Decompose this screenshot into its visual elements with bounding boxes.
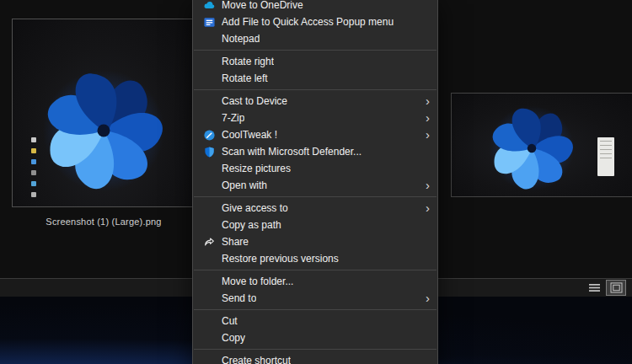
file-name-label: Screenshot (1) (Large).png — [12, 217, 195, 227]
file-tile[interactable]: Screenshot (1) (Large).png — [12, 19, 195, 227]
no-icon — [202, 314, 216, 328]
context-menu: Move to OneDriveAdd File to Quick Access… — [192, 0, 438, 364]
desktop-icon — [31, 170, 36, 175]
menu-item-copy-as-path[interactable]: Copy as path — [193, 217, 437, 233]
no-icon — [202, 72, 216, 85]
menu-separator — [194, 309, 437, 310]
desktop-icons-column — [31, 137, 36, 203]
menu-item-label: Cut — [222, 315, 238, 327]
no-icon — [202, 32, 216, 46]
menu-item-label: Give access to — [222, 202, 288, 214]
no-icon — [202, 218, 216, 232]
no-icon — [202, 94, 216, 108]
menu-item-give-access-to[interactable]: Give access to› — [193, 200, 437, 217]
no-icon — [202, 162, 216, 175]
menu-item-scan-with-microsoft-defender[interactable]: Scan with Microsoft Defender... — [193, 143, 437, 160]
menu-item-cut[interactable]: Cut — [193, 313, 437, 329]
menu-item-send-to[interactable]: Send to› — [193, 290, 437, 307]
menu-item-label: Open with — [222, 179, 267, 191]
desktop-icon — [31, 159, 36, 164]
menu-item-notepad[interactable]: Notepad — [193, 30, 437, 47]
menu-item-move-to-onedrive[interactable]: Move to OneDrive — [193, 0, 437, 13]
no-icon — [202, 331, 216, 345]
menu-separator — [194, 349, 437, 350]
menu-separator — [194, 50, 437, 51]
quick-access-popup-icon — [202, 15, 216, 29]
menu-item-label: Copy — [222, 332, 245, 344]
file-thumbnail — [12, 19, 195, 207]
no-icon — [202, 252, 216, 265]
no-icon — [202, 179, 216, 192]
menu-item-label: Restore previous versions — [222, 253, 339, 265]
menu-item-label: Create shortcut — [222, 355, 291, 364]
notes-widget — [597, 137, 614, 176]
menu-item-move-to-folder[interactable]: Move to folder... — [193, 273, 437, 290]
menu-item-label: Rotate right — [222, 56, 274, 67]
menu-item-restore-previous-versions[interactable]: Restore previous versions — [193, 250, 437, 267]
file-tile-secondary[interactable] — [451, 93, 632, 197]
no-icon — [202, 111, 216, 125]
submenu-chevron-icon: › — [426, 111, 430, 124]
bloom-wallpaper-image — [40, 65, 167, 191]
submenu-chevron-icon: › — [426, 179, 430, 191]
no-icon — [202, 292, 216, 305]
menu-item-label: 7-Zip — [222, 112, 244, 124]
menu-item-label: Copy as path — [222, 219, 281, 231]
share-icon — [202, 235, 216, 249]
menu-item-copy[interactable]: Copy — [193, 329, 437, 346]
menu-item-rotate-left[interactable]: Rotate left — [193, 70, 437, 87]
thumbnails-view-icon[interactable] — [607, 281, 625, 295]
menu-item-add-file-to-quick-access-popup-menu[interactable]: Add File to Quick Access Popup menu — [193, 13, 437, 30]
menu-item-rotate-right[interactable]: Rotate right — [193, 53, 437, 70]
menu-item-label: Resize pictures — [222, 163, 291, 174]
desktop-icon — [31, 137, 36, 142]
desktop-icon — [31, 192, 36, 197]
menu-item-label: Share — [222, 236, 249, 248]
menu-separator — [194, 89, 437, 90]
menu-item-label: Rotate left — [222, 72, 268, 84]
screen: Screenshot (1) (Large).png — [0, 0, 632, 364]
no-icon — [202, 354, 216, 364]
menu-separator — [194, 270, 437, 270]
menu-item-share[interactable]: Share — [193, 233, 437, 250]
menu-item-resize-pictures[interactable]: Resize pictures — [193, 160, 437, 177]
menu-item-cast-to-device[interactable]: Cast to Device› — [193, 93, 437, 110]
menu-item-label: CoolTweak ! — [222, 129, 277, 141]
no-icon — [202, 55, 216, 68]
menu-item-label: Send to — [222, 292, 256, 304]
submenu-chevron-icon: › — [426, 128, 430, 141]
details-view-icon[interactable] — [585, 281, 603, 295]
submenu-chevron-icon: › — [426, 292, 430, 304]
submenu-chevron-icon: › — [426, 201, 430, 214]
submenu-chevron-icon: › — [426, 94, 430, 107]
bloom-wallpaper-image — [487, 103, 576, 191]
onedrive-icon — [202, 0, 216, 12]
menu-separator — [194, 196, 437, 197]
menu-item-label: Notepad — [222, 33, 260, 45]
cooltweak-icon — [202, 128, 216, 142]
menu-item-label: Move to OneDrive — [222, 0, 303, 11]
menu-item-open-with[interactable]: Open with› — [193, 177, 437, 194]
menu-item-label: Scan with Microsoft Defender... — [222, 146, 362, 158]
menu-item-cooltweak[interactable]: CoolTweak !› — [193, 126, 437, 143]
menu-item-7-zip[interactable]: 7-Zip› — [193, 110, 437, 126]
desktop-icon — [31, 181, 36, 186]
no-icon — [202, 275, 216, 288]
defender-icon — [202, 145, 216, 158]
menu-item-label: Cast to Device — [222, 95, 287, 107]
menu-item-label: Move to folder... — [222, 276, 293, 287]
no-icon — [202, 201, 216, 215]
desktop-icon — [31, 148, 36, 153]
menu-item-label: Add File to Quick Access Popup menu — [222, 16, 394, 28]
menu-item-create-shortcut[interactable]: Create shortcut — [193, 352, 437, 364]
view-toggle-group — [585, 281, 625, 295]
